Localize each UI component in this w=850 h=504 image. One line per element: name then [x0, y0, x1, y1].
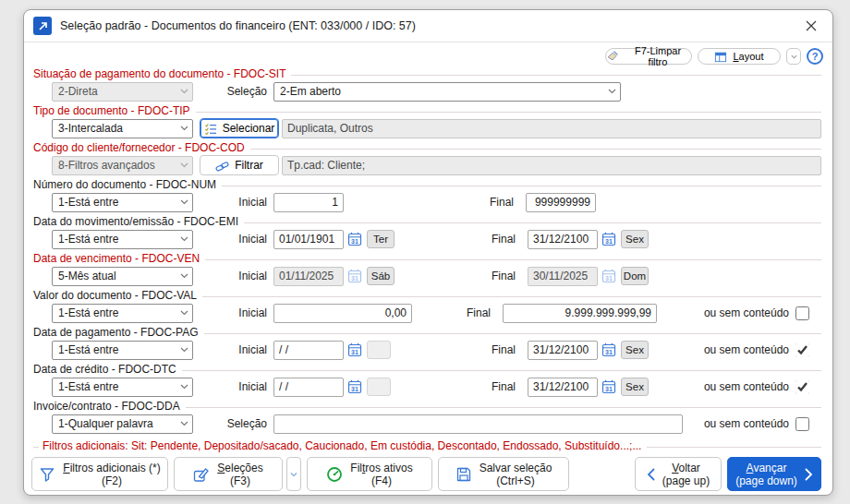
- section-fdoc-sit: Situação de pagamento do documento - FDO…: [33, 66, 821, 103]
- avancar-button[interactable]: Avançar (page down): [727, 457, 821, 491]
- section-fdoc-dda: Invoice/contrato - FDOC-DDA 1-Qualquer p…: [33, 399, 821, 436]
- svg-text:31: 31: [351, 349, 358, 355]
- selecoes-dropdown-button[interactable]: [286, 457, 301, 491]
- calendar-icon[interactable]: 31: [601, 232, 618, 247]
- ou-sem-conteudo-label: ou sem conteúdo: [704, 417, 789, 430]
- voltar-shortcut: (page up): [662, 474, 710, 487]
- clear-filter-button[interactable]: F7-Limpar filtro: [605, 48, 692, 65]
- svg-text:31: 31: [605, 349, 613, 355]
- filtros-adicionais-button[interactable]: Filtros adicionais (*) (F2): [31, 457, 168, 491]
- filtros-ativos-shortcut: (F4): [371, 474, 392, 487]
- val-final-input[interactable]: [503, 304, 657, 323]
- ou-sem-conteudo-label: ou sem conteúdo: [704, 380, 789, 393]
- svg-text:31: 31: [605, 275, 613, 282]
- weekday-badge: Sáb: [367, 267, 395, 285]
- gauge-icon: [326, 466, 343, 483]
- svg-text:31: 31: [605, 238, 613, 245]
- pag-inicial-date-input[interactable]: [273, 341, 344, 360]
- calendar-icon: 31: [347, 269, 364, 284]
- val-operator-select[interactable]: 1-Está entre: [52, 304, 193, 323]
- selecoes-button[interactable]: Seleções (F3): [174, 457, 283, 491]
- emi-inicial-date-input[interactable]: [273, 230, 344, 249]
- section-fdoc-num: Número do documento - FDOC-NUM 1-Está en…: [33, 177, 821, 214]
- layout-dropdown-button[interactable]: [786, 48, 801, 65]
- section-legend: Tipo de documento - FDOC-TIP: [33, 104, 196, 117]
- selecionar-button[interactable]: Selecionar: [200, 118, 279, 138]
- ou-sem-conteudo-label: ou sem conteúdo: [704, 306, 789, 319]
- dda-empty-checkbox[interactable]: [795, 417, 809, 431]
- calendar-icon[interactable]: 31: [601, 379, 618, 395]
- selecoes-label: Seleções: [217, 462, 262, 474]
- voltar-button[interactable]: Voltar (page up): [635, 457, 722, 491]
- emi-final-date-input[interactable]: [528, 230, 598, 249]
- avancar-label: Avançar: [747, 462, 787, 474]
- layout-button[interactable]: Layout: [698, 48, 781, 65]
- pag-empty-checkbox[interactable]: [795, 343, 809, 357]
- final-label: Final: [391, 343, 522, 356]
- tip-value-field: [282, 119, 821, 138]
- val-inicial-input[interactable]: [273, 304, 412, 323]
- section-fdoc-dtc: Data de crédito - FDOC-DTC 1-Está entre …: [33, 362, 821, 399]
- floppy-save-icon: [455, 466, 472, 483]
- funnel-icon: [39, 466, 55, 483]
- salvar-selecao-label: Salvar seleção: [480, 462, 552, 474]
- section-legend: Data de crédito - FDOC-DTC: [33, 363, 182, 376]
- filtros-ativos-button[interactable]: Filtros ativos (F4): [307, 457, 432, 491]
- ven-operator-select[interactable]: 5-Mês atual: [52, 267, 193, 286]
- section-fdoc-tip: Tipo de documento - FDOC-TIP 3-Intercala…: [33, 103, 821, 140]
- app-window-icon: [33, 17, 52, 35]
- calendar-icon[interactable]: 31: [601, 342, 618, 358]
- num-operator-select[interactable]: 1-Está entre: [52, 193, 193, 212]
- dda-selecao-input[interactable]: [273, 414, 683, 434]
- section-legend: Código do cliente/fornecedor - FDOC-COD: [33, 141, 250, 154]
- weekday-badge: Sex: [621, 378, 649, 396]
- filtros-adicionais-shortcut: (F2): [102, 474, 122, 487]
- sit-selecao-select[interactable]: 2-Em aberto: [273, 82, 621, 102]
- voltar-label: Voltar: [672, 462, 700, 474]
- chevron-left-icon: [647, 468, 655, 481]
- link-icon: [215, 160, 229, 172]
- svg-text:31: 31: [605, 386, 613, 392]
- selection-dialog: Seleção padrão - Documentos do financeir…: [23, 9, 833, 496]
- svg-text:31: 31: [351, 386, 358, 392]
- inicial-label: Inicial: [193, 380, 273, 393]
- num-inicial-input[interactable]: [273, 193, 344, 212]
- filtrar-button[interactable]: Filtrar: [200, 155, 279, 175]
- weekday-badge: Sex: [621, 341, 649, 359]
- calendar-icon[interactable]: 31: [347, 379, 364, 395]
- layout-label: Layout: [733, 51, 763, 62]
- pencil-edit-icon: [193, 466, 210, 483]
- avancar-shortcut: (page down): [735, 474, 797, 487]
- close-icon[interactable]: [803, 18, 820, 34]
- titlebar: Seleção padrão - Documentos do financeir…: [24, 10, 832, 42]
- pag-final-date-input[interactable]: [528, 341, 598, 360]
- footer-buttons: Filtros adicionais (*) (F2) Seleções (F3…: [24, 452, 832, 491]
- help-icon[interactable]: ?: [807, 48, 823, 65]
- final-label: Final: [395, 270, 522, 282]
- dtc-empty-checkbox[interactable]: [795, 380, 809, 394]
- dtc-final-date-input[interactable]: [528, 378, 598, 397]
- dtc-inicial-date-input[interactable]: [273, 378, 344, 397]
- salvar-selecao-button[interactable]: Salvar seleção (Ctrl+S): [438, 457, 569, 491]
- tip-operator-select[interactable]: 3-Intercalada: [52, 119, 193, 138]
- num-final-input[interactable]: [526, 193, 596, 212]
- calendar-icon[interactable]: 31: [347, 232, 364, 247]
- svg-text:31: 31: [351, 275, 358, 282]
- final-label: Final: [391, 380, 522, 393]
- cod-operator-select: 8-Filtros avançados: [52, 156, 193, 175]
- filter-form: Situação de pagamento do documento - FDO…: [24, 66, 832, 452]
- dtc-operator-select[interactable]: 1-Está entre: [52, 378, 193, 397]
- ou-sem-conteudo-label: ou sem conteúdo: [704, 343, 789, 356]
- filtros-adicionais-label: Filtros adicionais (*): [63, 462, 160, 474]
- section-legend: Situação de pagamento do documento - FDO…: [33, 67, 291, 80]
- section-fdoc-emi: Data do movimento/emissão - FDOC-EMI 1-E…: [33, 214, 821, 251]
- dda-operator-select[interactable]: 1-Qualquer palavra: [52, 414, 193, 434]
- calendar-icon[interactable]: 31: [347, 342, 364, 358]
- val-empty-checkbox[interactable]: [795, 306, 809, 320]
- emi-operator-select[interactable]: 1-Está entre: [52, 230, 193, 249]
- ven-inicial-date-input: [273, 267, 344, 286]
- section-legend: Data de vencimento - FDOC-VEN: [33, 252, 205, 265]
- dialog-title: Seleção padrão - Documentos do financeir…: [60, 19, 803, 32]
- section-legend: Data de pagamento - FDOC-PAG: [33, 326, 204, 339]
- pag-operator-select[interactable]: 1-Está entre: [52, 341, 193, 360]
